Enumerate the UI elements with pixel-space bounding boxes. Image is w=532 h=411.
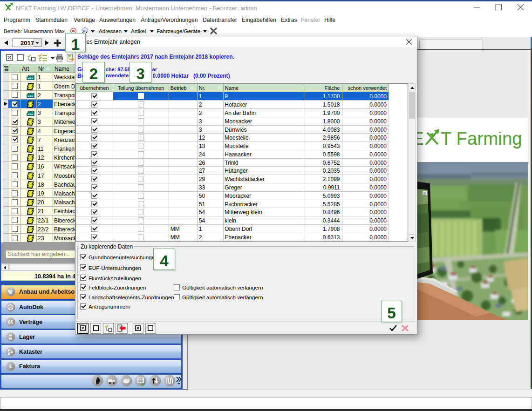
svg-text:T Farming: T Farming	[441, 128, 522, 148]
